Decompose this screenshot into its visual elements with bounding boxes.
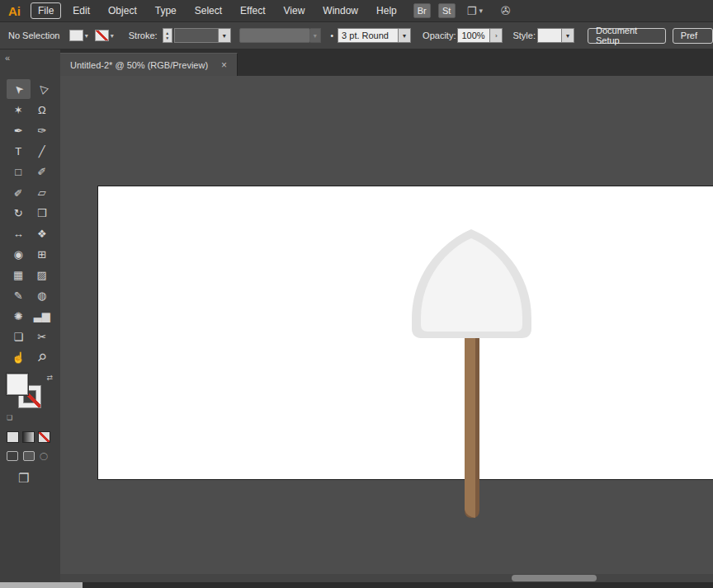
stroke-weight-stepper[interactable]: ▲ ▼ [163,28,172,43]
shape-builder-tool[interactable]: ◉ [7,244,31,264]
selection-tool[interactable]: ➤ [7,79,31,99]
none-button[interactable] [38,431,50,443]
color-button[interactable] [7,431,19,443]
magic-wand-tool[interactable]: ✶ [7,100,31,120]
zoom-tool-icon: ⚲ [35,350,49,364]
perspective-grid-tool[interactable]: ⊞ [31,244,54,264]
opacity-value[interactable]: 100% [457,28,490,43]
opacity-combo[interactable]: 100% › [457,28,503,43]
hand-tool[interactable]: ☝ [7,347,31,367]
fill-color-dropdown[interactable]: ▾ [69,30,88,41]
stroke-weight-field[interactable] [174,28,219,43]
paint-style-buttons [7,431,60,443]
touch-workspace-icon[interactable]: ✇ [501,4,511,17]
horizontal-scrollbar-thumb[interactable] [512,575,597,581]
artboard-tool[interactable]: ❏ [7,327,31,346]
drawing-modes: ◯ [7,451,60,461]
horizontal-scrollbar[interactable] [60,574,713,582]
magic-wand-tool-icon: ✶ [14,105,23,115]
paintbrush-tool[interactable]: ✐ [31,162,54,181]
lasso-tool[interactable]: Ω [31,100,54,120]
zoom-tool[interactable]: ⚲ [31,347,54,367]
paintbrush-tool-icon: ✐ [37,167,46,177]
fill-proxy[interactable] [7,374,28,395]
tab-row: « Untitled-2* @ 50% (RGB/Preview) × [0,49,713,76]
curvature-tool[interactable]: ✑ [31,120,54,140]
hand-tool-icon: ☝ [12,352,25,363]
document-tab-bar: Untitled-2* @ 50% (RGB/Preview) × [60,49,713,76]
rotate-tool[interactable]: ↻ [7,203,31,223]
line-tool[interactable]: ╱ [31,141,54,161]
gradient-tool-icon: ▨ [37,270,47,280]
screen-mode-icon: ❐ [18,471,29,485]
draw-inside-icon[interactable]: ◯ [40,452,48,460]
default-fill-stroke-icon[interactable]: ❏ [7,414,12,421]
type-tool-icon: T [15,146,21,157]
document-tab[interactable]: Untitled-2* @ 50% (RGB/Preview) × [60,53,238,76]
menu-file[interactable]: File [31,2,61,19]
menu-object[interactable]: Object [99,2,146,19]
brush-definition-value[interactable]: 3 pt. Round [338,28,399,43]
document-setup-button[interactable]: Document Setup [588,28,666,44]
menu-type[interactable]: Type [146,2,186,19]
bridge-button[interactable]: Br [413,3,431,18]
menu-window[interactable]: Window [314,2,367,19]
menu-select[interactable]: Select [186,2,231,19]
column-graph-tool[interactable]: ▃▆ [31,306,54,326]
symbol-sprayer-tool-icon: ✺ [14,311,23,322]
chevron-right-icon[interactable]: › [490,28,503,43]
stroke-color-dropdown[interactable]: ▾ [95,30,114,41]
width-tool[interactable]: ↔ [7,223,31,243]
opacity-label: Opacity: [423,31,456,40]
perspective-grid-tool-icon: ⊞ [37,249,46,260]
pen-tool[interactable]: ✒ [7,120,31,140]
menu-view[interactable]: View [275,2,314,19]
gradient-tool[interactable]: ▨ [31,265,54,285]
symbol-sprayer-tool[interactable]: ✺ [7,306,31,326]
fill-swatch-icon [69,30,83,41]
mesh-tool[interactable]: ▦ [7,265,31,285]
draw-behind-button[interactable] [23,451,35,461]
chevron-down-icon[interactable]: ▾ [562,28,574,43]
rectangle-tool[interactable]: □ [7,162,31,181]
scale-tool[interactable]: ❒ [31,203,54,223]
chevron-down-icon[interactable]: ▾ [219,28,231,43]
style-combo[interactable]: ▾ [537,28,574,43]
brush-definition-combo[interactable]: 3 pt. Round ▾ [338,28,411,43]
app-logo[interactable]: Ai [0,4,28,18]
chevron-down-icon: ▾ [111,32,114,40]
eraser-tool[interactable]: ▱ [31,182,54,202]
screen-mode-button[interactable]: ❐ [18,471,60,486]
canvas[interactable] [60,76,713,588]
chevron-down-icon[interactable]: ▾ [399,28,411,43]
curvature-tool-icon: ✑ [37,125,46,136]
lasso-tool-icon: Ω [38,105,46,115]
eyedropper-tool[interactable]: ✎ [7,285,31,305]
window-bottom-bar [0,582,713,588]
status-scrollbar-segment[interactable] [0,582,83,588]
menu-effect[interactable]: Effect [231,2,274,19]
style-label: Style: [512,31,536,40]
blend-tool[interactable]: ◍ [31,285,54,305]
artboard[interactable] [97,186,713,480]
type-tool[interactable]: T [7,141,31,161]
direct-selection-tool[interactable]: ▷ [31,79,54,99]
gradient-button[interactable] [22,431,35,443]
free-transform-tool[interactable]: ❖ [31,223,54,243]
workspace-switcher[interactable]: ❐ ▾ [467,5,483,17]
fill-stroke-widget: ⇄ ❏ [7,374,54,420]
collapse-panel-icon[interactable]: « [5,53,10,63]
preferences-button[interactable]: Pref [673,28,713,44]
slice-tool[interactable]: ✂ [31,327,54,346]
shape-builder-tool-icon: ◉ [14,249,23,260]
stock-button[interactable]: St [438,3,456,18]
close-icon[interactable]: × [221,59,227,71]
swap-fill-stroke-icon[interactable]: ⇄ [46,374,53,382]
stroke-weight-combo[interactable]: ▾ [174,28,231,43]
menu-help[interactable]: Help [367,2,406,19]
style-field[interactable] [537,28,562,43]
pen-tool-icon: ✒ [14,125,23,136]
menu-edit[interactable]: Edit [64,2,99,19]
draw-normal-button[interactable] [7,451,18,461]
pencil-tool[interactable]: ✏ [7,182,31,202]
